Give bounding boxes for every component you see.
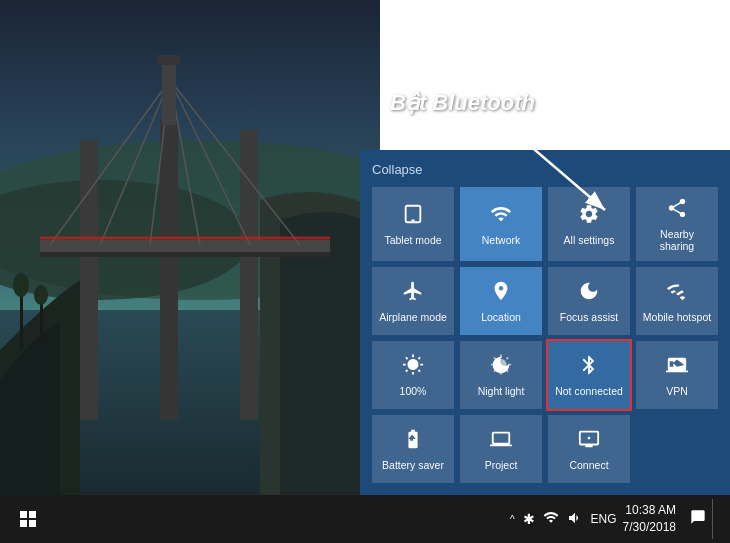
airplane-mode-icon [402,280,424,307]
tile-brightness-label: 100% [400,385,427,398]
annotation-container: Bật Bluetooth [390,90,535,116]
svg-line-26 [500,120,605,210]
tile-vpn[interactable]: VPN [636,341,718,409]
svg-rect-8 [40,252,330,257]
taskbar-clock[interactable]: 10:38 AM 7/30/2018 [623,502,676,536]
tiles-grid: Tablet mode Network All settings [372,187,718,483]
tile-tablet-mode-label: Tablet mode [384,234,441,247]
tile-focus-assist-label: Focus assist [560,311,618,324]
tile-location-label: Location [481,311,521,324]
bluetooth-icon [578,354,600,381]
svg-rect-20 [40,300,43,350]
taskbar-left [0,495,510,543]
tile-location[interactable]: Location [460,267,542,335]
tile-project[interactable]: Project [460,415,542,483]
svg-rect-6 [240,130,258,420]
tile-airplane-mode[interactable]: Airplane mode [372,267,454,335]
tile-bluetooth-label: Not connected [555,385,623,398]
svg-rect-27 [20,511,27,518]
tile-mobile-hotspot-label: Mobile hotspot [643,311,711,324]
tile-network-label: Network [482,234,521,247]
tile-tablet-mode[interactable]: Tablet mode [372,187,454,261]
taskbar-date: 7/30/2018 [623,519,676,536]
tile-connect[interactable]: Connect [548,415,630,483]
svg-point-21 [34,285,48,305]
vpn-icon [666,354,688,381]
taskbar-volume-icon [567,510,583,529]
svg-rect-18 [20,290,23,350]
start-button[interactable] [4,495,52,543]
svg-point-24 [588,437,591,440]
mobile-hotspot-icon [666,280,688,307]
tile-brightness[interactable]: 100% [372,341,454,409]
tile-bluetooth[interactable]: Not connected [548,341,630,409]
tablet-mode-icon [402,203,424,230]
location-icon [490,280,512,307]
tile-airplane-mode-label: Airplane mode [379,311,447,324]
svg-rect-15 [162,60,176,125]
taskbar-notification-icon[interactable] [684,509,712,529]
tile-project-label: Project [485,459,518,472]
svg-point-19 [13,273,29,297]
tile-focus-assist[interactable]: Focus assist [548,267,630,335]
project-icon [490,428,512,455]
tile-battery-saver[interactable]: Battery saver [372,415,454,483]
tile-mobile-hotspot[interactable]: Mobile hotspot [636,267,718,335]
svg-rect-28 [29,511,36,518]
svg-rect-7 [40,240,330,252]
tile-connect-label: Connect [569,459,608,472]
svg-rect-16 [158,55,180,65]
focus-assist-icon [578,280,600,307]
svg-rect-5 [160,120,178,420]
tile-night-light-label: Night light [478,385,525,398]
brightness-icon [402,354,424,381]
annotation-arrow [450,110,650,230]
battery-saver-icon [402,428,424,455]
tile-battery-saver-label: Battery saver [382,459,444,472]
tile-all-settings-label: All settings [564,234,615,247]
svg-rect-30 [29,520,36,527]
nearby-sharing-icon [666,197,688,224]
tile-nearby-sharing-label: Nearby sharing [642,228,712,253]
taskbar-time: 10:38 AM [623,502,676,519]
taskbar-language: ENG [591,512,617,526]
wallpaper [0,0,380,495]
taskbar-bluetooth-icon: ✱ [523,511,535,527]
show-desktop-button[interactable] [712,499,718,539]
svg-rect-29 [20,520,27,527]
taskbar: ^ ✱ ENG 10:38 AM 7/30/2018 [0,495,730,543]
tile-night-light[interactable]: Night light [460,341,542,409]
tile-vpn-label: VPN [666,385,688,398]
connect-icon [578,428,600,455]
up-arrow-icon[interactable]: ^ [510,514,515,525]
taskbar-network-icon [543,512,559,527]
night-light-icon [490,354,512,381]
svg-rect-23 [411,220,415,222]
taskbar-system-icons: ^ ✱ [510,510,583,529]
